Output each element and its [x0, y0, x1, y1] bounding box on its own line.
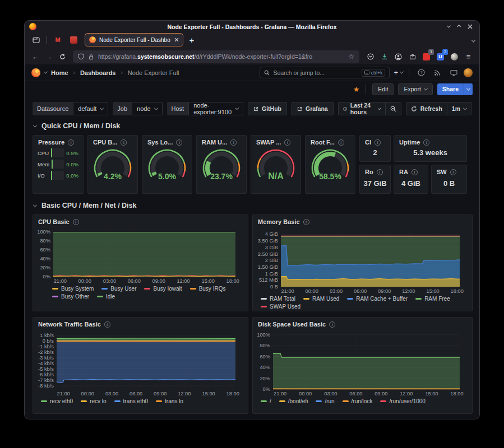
org-switcher-chevron-icon[interactable] [44, 70, 48, 74]
legend-item[interactable]: Busy Iowait [144, 286, 182, 292]
legend-item[interactable]: Busy IRQs [190, 286, 226, 292]
share-dropdown-icon[interactable] [464, 83, 473, 95]
info-icon[interactable] [374, 139, 381, 146]
legend-item[interactable]: /run [316, 398, 334, 404]
legend-item[interactable]: Busy User [101, 286, 136, 292]
info-icon[interactable] [329, 321, 335, 328]
user-avatar[interactable] [464, 68, 473, 77]
info-icon[interactable] [338, 139, 344, 146]
menu-icon[interactable]: ≡ [462, 50, 475, 63]
host-select[interactable]: node-exporter:9100 [188, 102, 243, 115]
legend-item[interactable]: /run/user/1000 [380, 398, 426, 404]
legend-item[interactable]: /run/lock [343, 398, 373, 404]
legend-item[interactable]: trans lo [156, 398, 183, 404]
pinned-tab-gmail[interactable]: M [51, 34, 64, 46]
info-icon[interactable] [303, 219, 309, 225]
legend-item[interactable]: recv lo [81, 398, 106, 404]
window-titlebar[interactable]: Node Exporter Full - Dashboards - Grafan… [25, 21, 479, 32]
grafana-link-button[interactable]: Grafana [292, 102, 334, 115]
panel-title-row: Root F... [306, 136, 355, 146]
legend-label: trans eth0 [123, 398, 148, 404]
job-select[interactable]: node [132, 102, 162, 115]
account-icon[interactable] [392, 50, 405, 63]
legend-item[interactable]: RAM Total [261, 296, 295, 302]
firefox-view-icon[interactable] [29, 34, 43, 46]
legend-item[interactable]: RAM Used [303, 296, 339, 302]
info-icon[interactable] [423, 139, 429, 146]
edit-button[interactable]: Edit [372, 83, 394, 95]
bookmark-star-icon[interactable]: ☆ [348, 53, 354, 60]
section-basic-cpu-mem-net-disk[interactable]: Basic CPU / Mem / Net / Disk [34, 202, 471, 209]
legend-item[interactable]: recv eth0 [41, 398, 73, 404]
legend-item[interactable]: RAM Free [415, 296, 450, 302]
extension-red-icon[interactable]: 1 [420, 50, 433, 63]
datasource-select[interactable]: default [73, 102, 108, 115]
legend-item[interactable]: trans eth0 [114, 398, 148, 404]
github-link-button[interactable]: GitHub [248, 102, 287, 115]
tracking-shield-icon[interactable] [78, 53, 84, 60]
tab-close-icon[interactable] [174, 38, 179, 42]
list-all-tabs-icon[interactable] [472, 35, 475, 45]
cpu-basic-chart[interactable]: 100%80%60%40%20%0%21:0000:0003:0006:0009… [33, 227, 240, 285]
info-icon[interactable] [284, 139, 290, 146]
svg-text:21:00: 21:00 [57, 391, 70, 396]
refresh-interval-select[interactable]: 1m [447, 102, 471, 115]
url-text[interactable]: https://grafana.systemsobscure.net/d/rYd… [98, 53, 344, 60]
svg-text:06:00: 06:00 [130, 391, 142, 396]
info-icon[interactable] [73, 219, 79, 225]
memory-basic-chart[interactable]: 4 GiB3.50 GiB3 GiB2.50 GiB2 GiB1.50 GiB1… [253, 227, 464, 295]
legend-item[interactable]: Busy Other [52, 293, 89, 300]
legend-item[interactable]: Idle [97, 293, 115, 300]
info-icon[interactable] [121, 139, 127, 146]
grafana-logo-icon[interactable] [31, 68, 40, 77]
window-maximize-icon[interactable] [457, 25, 461, 29]
extension-grey-icon[interactable] [448, 50, 461, 63]
add-button[interactable]: + [394, 68, 403, 77]
legend-item[interactable]: / [261, 398, 271, 404]
url-bar[interactable]: https://grafana.systemsobscure.net/d/rYd… [73, 50, 359, 63]
disk-space-used-basic-chart[interactable]: 100%80%60%40%20%0%21:0000:0003:0006:0009… [253, 329, 464, 398]
forward-icon[interactable]: → [43, 50, 55, 63]
section-quick-cpu-mem-disk[interactable]: Quick CPU / Mem / Disk [34, 122, 471, 130]
share-button[interactable]: Share [437, 83, 473, 95]
pocket-icon[interactable] [364, 50, 377, 63]
window-minimize-icon[interactable] [447, 24, 451, 28]
search-placeholder: Search or jump to... [273, 69, 358, 76]
search-input[interactable]: Search or jump to... ctrl+k [260, 67, 390, 78]
legend-item[interactable]: RAM Cache + Buffer [347, 296, 408, 302]
reload-icon[interactable] [56, 50, 68, 63]
legend-item[interactable]: /boot/efi [279, 398, 308, 404]
info-icon[interactable] [411, 169, 418, 175]
back-icon[interactable]: ← [29, 50, 41, 63]
export-button[interactable]: Export [398, 83, 432, 95]
kiosk-monitor-icon[interactable] [447, 69, 460, 76]
breadcrumb-dashboards[interactable]: Dashboards [80, 69, 116, 76]
legend-item[interactable]: SWAP Used [261, 304, 300, 310]
info-icon[interactable] [230, 139, 237, 146]
network-traffic-basic-chart[interactable]: 1 kb/s0 b/s-1 kb/s-2 kb/s-3 kb/s-4 kb/s-… [33, 329, 240, 398]
time-range-button[interactable]: Last 24 hours [339, 102, 385, 115]
active-tab[interactable]: Node Exporter Full - Dashbo [85, 33, 183, 46]
lock-icon[interactable] [88, 54, 94, 60]
extensions-icon[interactable] [406, 50, 419, 63]
legend-item[interactable]: Busy System [52, 286, 94, 292]
extension-blue-icon[interactable]: U 2 [434, 50, 447, 63]
panel-title: Sys Lo... [147, 139, 173, 146]
breadcrumb-home[interactable]: Home [51, 69, 68, 76]
info-icon[interactable] [68, 139, 74, 146]
info-icon[interactable] [104, 321, 110, 328]
help-icon[interactable]: ? [415, 69, 427, 76]
news-icon[interactable] [431, 69, 443, 76]
zoom-out-button[interactable] [385, 102, 401, 115]
info-icon[interactable] [176, 139, 182, 146]
info-icon[interactable] [450, 169, 456, 175]
info-icon[interactable] [377, 169, 383, 175]
pinned-tab-redapp[interactable] [67, 34, 80, 46]
downloads-icon[interactable] [378, 50, 391, 63]
window-close-icon[interactable] [468, 24, 473, 29]
refresh-button[interactable]: Refresh [406, 102, 447, 115]
navigation-toolbar: ← → https://grafana.systemsobscure.net/d… [25, 49, 479, 64]
favorite-star-icon[interactable]: ★ [353, 85, 360, 94]
search-icon [264, 70, 270, 76]
new-tab-button[interactable]: + [186, 35, 198, 45]
